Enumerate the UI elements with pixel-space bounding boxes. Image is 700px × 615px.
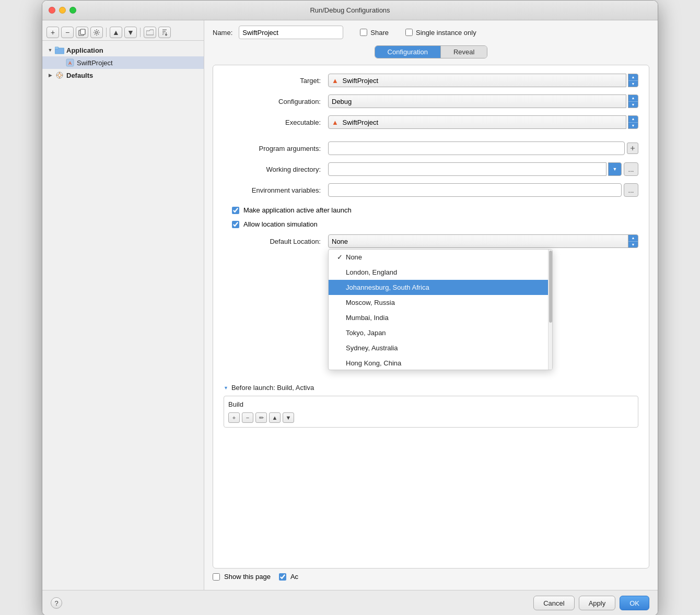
configuration-select[interactable]: Debug [328, 94, 626, 108]
help-button[interactable]: ? [51, 597, 62, 609]
env-vars-more[interactable]: ... [624, 183, 638, 197]
configuration-control: Debug ▲ ▼ [328, 94, 638, 108]
location-item-none[interactable]: ✓ None [329, 250, 552, 265]
executable-control: ▲ SwiftProject ▲ ▼ [328, 115, 638, 129]
sidebar-item-defaults[interactable]: ▶ Defaults [42, 69, 204, 81]
move-up-button[interactable]: ▲ [110, 27, 122, 38]
remove-config-button[interactable]: − [61, 27, 74, 38]
build-remove-button[interactable]: − [242, 412, 253, 423]
target-spinner-down[interactable]: ▼ [628, 81, 638, 87]
executable-label: Executable: [224, 119, 328, 126]
svg-text:A: A [68, 61, 72, 66]
working-dir-more[interactable]: ... [624, 162, 638, 176]
executable-spinner[interactable]: ▲ ▼ [628, 115, 638, 129]
share-area: Share [360, 29, 389, 37]
default-location-select[interactable]: None [328, 234, 628, 248]
target-spinner[interactable]: ▲ ▼ [628, 74, 638, 87]
expand-arrow-defaults: ▶ [46, 72, 54, 79]
ok-button[interactable]: OK [620, 596, 649, 610]
target-value: ▲ SwiftProject [332, 77, 378, 85]
cancel-button[interactable]: Cancel [533, 596, 574, 610]
before-launch-section: ▼ Before launch: Build, Activa Build + −… [224, 384, 638, 428]
env-vars-row: Environment variables: ... [224, 183, 638, 197]
location-item-london[interactable]: ✓ London, England [329, 265, 552, 280]
location-item-mumbai[interactable]: ✓ Mumbai, India [329, 310, 552, 325]
executable-swift-icon: ▲ [332, 119, 339, 126]
working-dir-dropdown[interactable]: ▼ [608, 162, 622, 176]
build-add-button[interactable]: + [228, 412, 240, 423]
minimize-button[interactable] [59, 7, 66, 14]
single-instance-checkbox[interactable] [405, 29, 413, 36]
configuration-spinner-down[interactable]: ▼ [628, 102, 638, 108]
name-label: Name: [213, 29, 232, 37]
build-down-button[interactable]: ▼ [283, 412, 294, 423]
configuration-spinner-up[interactable]: ▲ [628, 95, 638, 102]
program-args-expand[interactable] [627, 143, 638, 154]
location-dropdown-list: ✓ None ✓ London, England ✓ [329, 250, 552, 370]
location-item-tokyo[interactable]: ✓ Tokyo, Japan [329, 325, 552, 340]
wrench-icon-defaults [55, 70, 64, 80]
make-active-row: Make application active after launch [224, 206, 638, 214]
folder-button[interactable] [144, 27, 156, 38]
name-input[interactable]: SwiftProject [239, 26, 343, 39]
apply-button[interactable]: Apply [579, 596, 616, 610]
sidebar-item-application[interactable]: ▼ Application [42, 44, 204, 56]
before-launch-arrow: ▼ [224, 385, 228, 391]
share-checkbox[interactable] [360, 29, 367, 36]
tab-reveal[interactable]: Reveal [441, 46, 487, 58]
default-location-spinner[interactable]: ▲ ▼ [628, 234, 638, 248]
add-config-button[interactable]: + [46, 27, 59, 38]
close-button[interactable] [49, 7, 55, 14]
tab-configuration[interactable]: Configuration [375, 46, 441, 58]
single-instance-area: Single instance only [405, 29, 476, 37]
executable-spinner-up[interactable]: ▲ [628, 116, 638, 123]
window-title: Run/Debug Configurations [310, 6, 390, 14]
show-page-checkbox[interactable] [213, 573, 220, 581]
location-item-johannesburg[interactable]: ✓ Johannesburg, South Africa [329, 280, 552, 295]
executable-spinner-down[interactable]: ▼ [628, 123, 638, 129]
build-up-button[interactable]: ▲ [269, 412, 281, 423]
single-instance-label: Single instance only [416, 29, 476, 37]
location-item-moscow[interactable]: ✓ Moscow, Russia [329, 295, 552, 310]
configuration-row: Configuration: Debug ▲ ▼ [224, 94, 638, 108]
target-swift-icon: ▲ [332, 77, 339, 85]
target-select[interactable]: ▲ SwiftProject [328, 74, 626, 87]
configuration-spinner[interactable]: ▲ ▼ [628, 94, 638, 108]
sidebar-item-label-swiftproject: SwiftProject [77, 59, 113, 67]
allow-location-checkbox[interactable] [232, 221, 239, 228]
settings-config-button[interactable] [90, 27, 103, 38]
dropdown-scrollbar [548, 250, 552, 370]
program-args-input[interactable] [328, 141, 625, 155]
location-item-sydney[interactable]: ✓ Sydney, Australia [329, 340, 552, 356]
tab-group: Configuration Reveal [375, 45, 488, 58]
executable-value: ▲ SwiftProject [332, 119, 378, 126]
check-none: ✓ [337, 253, 343, 261]
location-item-hongkong[interactable]: ✓ Hong Kong, China [329, 356, 552, 370]
help-icon: ? [54, 599, 58, 607]
copy-config-button[interactable] [76, 27, 88, 38]
show-page-row: Show this page Ac [213, 569, 649, 585]
working-dir-control: ▼ ... [328, 162, 638, 176]
make-active-checkbox[interactable] [232, 207, 239, 214]
default-location-spinner-up[interactable]: ▲ [628, 235, 638, 242]
location-dropdown-popup: ✓ None ✓ London, England ✓ [328, 249, 553, 370]
working-dir-input[interactable] [328, 162, 606, 176]
default-location-spinner-down[interactable]: ▼ [628, 242, 638, 248]
executable-select[interactable]: ▲ SwiftProject [328, 115, 626, 129]
default-location-select-row: None ▲ ▼ [328, 234, 638, 248]
move-down-button[interactable]: ▼ [124, 27, 137, 38]
executable-row: Executable: ▲ SwiftProject ▲ ▼ [224, 115, 638, 129]
tabs-row: Configuration Reveal [213, 45, 649, 58]
target-spinner-up[interactable]: ▲ [628, 74, 638, 81]
maximize-button[interactable] [69, 7, 76, 14]
build-edit-button[interactable]: ✏ [255, 412, 267, 423]
allow-location-row: Allow location simulation [224, 220, 638, 228]
configuration-value: Debug [332, 98, 352, 105]
build-area: Build + − ✏ ▲ ▼ [224, 396, 638, 428]
default-location-wrapper: None ▲ ▼ ✓ [328, 234, 638, 248]
env-vars-input[interactable] [328, 183, 622, 197]
sidebar-item-swiftproject[interactable]: ▶ A SwiftProject [42, 56, 204, 69]
env-vars-label: Environment variables: [224, 186, 328, 194]
sort-button[interactable] [158, 27, 171, 38]
activate-checkbox[interactable] [279, 573, 286, 581]
